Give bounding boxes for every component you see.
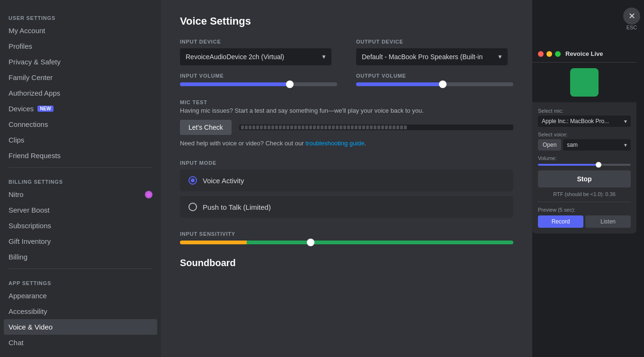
input-device-select[interactable]: RevoiceAudioDevice 2ch (Virtual)	[180, 48, 331, 65]
mic-bar-seg	[355, 125, 358, 129]
sidebar-item-chat[interactable]: Chat	[4, 335, 157, 350]
mic-bar-seg	[328, 125, 331, 129]
sidebar-item-authorized-apps[interactable]: Authorized Apps	[4, 85, 157, 101]
sidebar-item-gift-inventory[interactable]: Gift Inventory	[4, 233, 157, 249]
lets-check-button[interactable]: Let's Check	[180, 120, 232, 135]
mic-bar-seg	[400, 125, 403, 129]
mic-bar-seg	[332, 125, 335, 129]
mic-bar-seg	[249, 125, 251, 129]
mic-select[interactable]: Apple Inc.: MacBook Pro...	[538, 116, 631, 127]
svg-rect-0	[577, 77, 580, 88]
sidebar-item-family-center[interactable]: Family Center	[4, 70, 157, 85]
mic-bar-seg	[370, 125, 373, 129]
stop-button[interactable]: Stop	[538, 170, 631, 187]
mic-bar-seg	[305, 125, 308, 129]
sidebar-item-profiles[interactable]: Profiles	[4, 38, 157, 54]
output-volume-slider[interactable]	[356, 82, 513, 86]
voice-type-row: Open sam ▼	[538, 139, 631, 151]
mic-bar-seg	[260, 125, 263, 129]
input-volume-thumb[interactable]	[286, 80, 294, 88]
revoice-avatar	[570, 68, 599, 97]
input-mode-label: Input Mode	[180, 160, 513, 166]
output-device-select-wrapper[interactable]: Default - MacBook Pro Speakers (Built-in…	[356, 48, 508, 65]
sidebar-item-my-account[interactable]: My Account	[4, 23, 157, 38]
listen-button[interactable]: Listen	[585, 215, 631, 228]
sidebar-item-voice-video[interactable]: Voice & Video	[4, 319, 157, 335]
voice-activity-radio[interactable]	[188, 176, 197, 185]
mic-bar-seg	[396, 125, 399, 129]
close-button[interactable]: ✕	[623, 8, 640, 25]
push-to-talk-option[interactable]: Push to Talk (Limited)	[180, 196, 513, 218]
mic-bar-seg	[271, 125, 274, 129]
mic-bar-seg	[377, 125, 380, 129]
mic-bar-seg	[313, 125, 316, 129]
troubleshoot-text: Need help with voice or video? Check out…	[180, 140, 513, 147]
select-voice-row: Select voice: Open sam ▼	[538, 132, 631, 151]
revoice-header: Revoice Live	[532, 45, 636, 62]
troubleshoot-link[interactable]: troubleshooting guide	[305, 140, 364, 147]
mic-test-desc: Having mic issues? Start a test and say …	[180, 107, 513, 114]
mic-test-title: Mic Test	[180, 99, 513, 105]
preview-buttons: Record Listen	[538, 215, 631, 228]
mic-bar-seg	[347, 125, 350, 129]
output-volume-thumb[interactable]	[439, 80, 447, 88]
input-volume-bar[interactable]	[180, 82, 337, 86]
revoice-avatar-area	[532, 62, 636, 102]
nitro-icon	[145, 191, 152, 198]
mic-bar-seg	[298, 125, 301, 129]
mic-bar-seg	[404, 125, 407, 129]
sidebar-item-subscriptions[interactable]: Subscriptions	[4, 218, 157, 233]
sidebar-divider-2	[9, 268, 152, 269]
select-mic-label: Select mic:	[538, 108, 631, 114]
mic-test-section: Mic Test Having mic issues? Start a test…	[180, 99, 513, 147]
mic-bar-seg	[366, 125, 369, 129]
sidebar-item-billing[interactable]: Billing	[4, 249, 157, 265]
sidebar-item-accessibility[interactable]: Accessibility	[4, 303, 157, 319]
traffic-red-dot	[538, 51, 544, 57]
sidebar-item-devices[interactable]: Devices NEW	[4, 101, 157, 116]
volume-slider-thumb[interactable]	[596, 162, 601, 168]
mic-bar-seg	[283, 125, 286, 129]
user-settings-label: User Settings	[4, 8, 157, 23]
sidebar-item-clips[interactable]: Clips	[4, 132, 157, 148]
sidebar-divider-1	[9, 167, 152, 168]
mic-bar-seg	[256, 125, 259, 129]
right-panel-wrapper: ✕ ESC Revoice Live Select mic:	[532, 0, 644, 357]
output-device-select[interactable]: Default - MacBook Pro Speakers (Built-in	[356, 48, 508, 65]
input-sensitivity-section: Input Sensitivity	[180, 231, 513, 244]
output-volume-bar[interactable]	[356, 82, 513, 86]
sidebar-item-server-boost[interactable]: Server Boost	[4, 202, 157, 218]
voice-type-button[interactable]: Open	[538, 139, 561, 151]
sidebar-item-friend-requests[interactable]: Friend Requests	[4, 148, 157, 163]
sidebar-item-nitro[interactable]: Nitro	[4, 187, 157, 202]
mic-bar-seg	[268, 125, 270, 129]
sidebar-item-connections[interactable]: Connections	[4, 116, 157, 132]
mic-level-bar	[239, 125, 513, 130]
mic-bar-seg	[286, 125, 289, 129]
push-to-talk-label: Push to Talk (Limited)	[203, 203, 271, 211]
mic-bar-seg	[309, 125, 312, 129]
mic-bar-seg	[362, 125, 365, 129]
input-device-label: Input Device	[180, 39, 337, 45]
sidebar: User Settings My Account Profiles Privac…	[0, 0, 161, 357]
voice-name-select[interactable]: sam	[563, 139, 631, 151]
device-row: Input Device RevoiceAudioDevice 2ch (Vir…	[180, 39, 513, 86]
sidebar-item-privacy-safety[interactable]: Privacy & Safety	[4, 54, 157, 70]
mic-bar-seg	[358, 125, 361, 129]
sensitivity-bar[interactable]	[180, 241, 513, 244]
input-mode-section: Input Mode Voice Activity Push to Talk (…	[180, 160, 513, 218]
mic-select-wrapper[interactable]: Apple Inc.: MacBook Pro... ▼	[538, 116, 631, 127]
voice-activity-option[interactable]: Voice Activity	[180, 170, 513, 191]
input-volume-slider[interactable]	[180, 82, 337, 86]
input-device-select-wrapper[interactable]: RevoiceAudioDevice 2ch (Virtual) ▼	[180, 48, 331, 65]
sensitivity-thumb[interactable]	[307, 239, 314, 246]
mic-test-row: Let's Check	[180, 120, 513, 135]
billing-settings-label: Billing Settings	[4, 171, 157, 187]
mic-bar-seg	[241, 125, 244, 129]
soundboard-title: Soundboard	[180, 258, 513, 268]
push-to-talk-radio[interactable]	[188, 203, 197, 211]
volume-slider-bar[interactable]	[538, 164, 631, 166]
record-button[interactable]: Record	[538, 215, 583, 228]
voice-name-select-wrapper[interactable]: sam ▼	[563, 139, 631, 151]
sidebar-item-appearance[interactable]: Appearance	[4, 288, 157, 303]
